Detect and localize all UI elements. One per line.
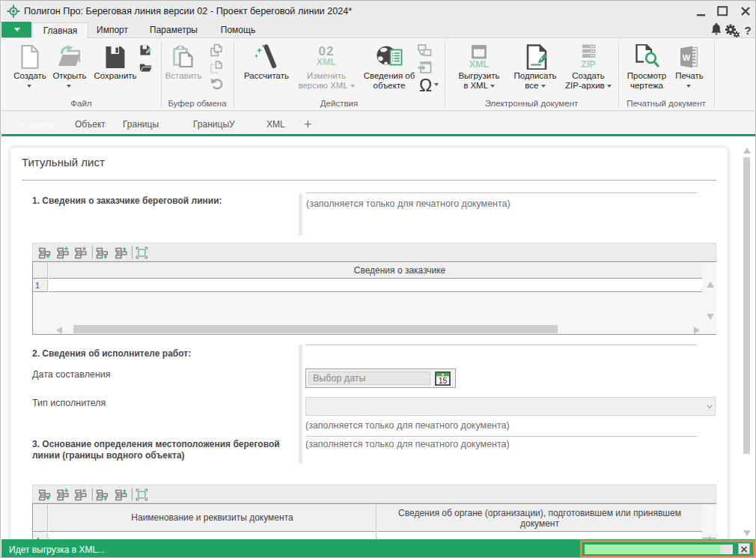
svg-text:W: W bbox=[683, 53, 691, 62]
svg-text:15: 15 bbox=[439, 375, 448, 384]
svg-text:?: ? bbox=[744, 25, 751, 37]
